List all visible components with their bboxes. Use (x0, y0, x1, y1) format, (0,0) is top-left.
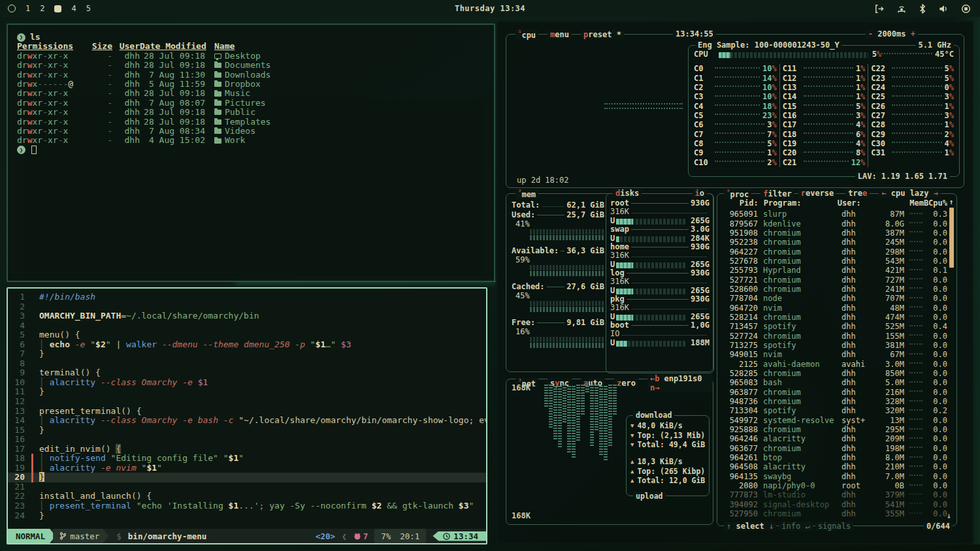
core-usage: C114% (694, 73, 777, 82)
editor-line[interactable]: 7} (8, 349, 486, 359)
header-program[interactable]: Program: (759, 198, 838, 208)
interface-selector[interactable]: ←b enp191s0 n→ (647, 374, 713, 392)
process-row[interactable]: 965083bashdhh5.0M0.0 (720, 378, 947, 387)
interval-minus-button[interactable]: - (868, 29, 873, 39)
editor-line[interactable]: 20} (8, 473, 486, 482)
process-row[interactable]: 965091slurpdhh87M0.3 (720, 210, 947, 219)
process-row[interactable]: 713304spotifydhh320M0.2 (720, 406, 947, 415)
scrollbar-thumb[interactable] (949, 208, 954, 268)
editor-line[interactable]: 9terminal() { (8, 368, 486, 378)
mem-tab[interactable]: ²mem (515, 189, 538, 199)
process-row[interactable]: 963677chromiumdhh198M0.0 (720, 444, 947, 453)
process-row[interactable]: 777873lm-studiodhh379M0.0 (720, 490, 947, 499)
process-row[interactable]: 255793Hyprlanddhh421M0.1 (720, 266, 947, 275)
process-row[interactable]: 549972systemd-resolvesyst+13M0.0 (720, 416, 947, 425)
process-row[interactable]: 527724chromiumdhh155M0.0 (720, 331, 947, 340)
header-user[interactable]: User: (838, 198, 870, 208)
terminal-cursor (31, 146, 37, 154)
proc-scrollbar[interactable]: ↑ (948, 198, 955, 514)
process-row[interactable]: 925888chromiumdhh295M0.0 (720, 425, 947, 434)
process-row[interactable]: 964246alacrittydhh209M0.0 (720, 434, 947, 443)
process-row[interactable]: 949015nvimdhh67M0.0 (720, 350, 947, 359)
process-row[interactable]: 2080napi/phy0-0root0B0.0 (720, 481, 947, 490)
download-stat: ▼Top: (2,13 Mib) (627, 430, 709, 439)
scroll-down-icon[interactable]: ↓ (947, 511, 951, 520)
shell-prompt-2[interactable]: ❯ (17, 146, 485, 155)
scroll-up-icon[interactable]: ↑ (948, 198, 955, 206)
logout-icon[interactable] (874, 4, 884, 14)
core-usage: C304% (871, 139, 954, 148)
header-cpu[interactable]: Cpu% (928, 198, 947, 208)
process-row[interactable]: 527721chromiumdhh727M0.0 (720, 275, 947, 284)
editor-line[interactable]: 24} (8, 511, 486, 521)
process-row[interactable]: 964720nvimdhh48M0.0 (720, 303, 947, 312)
process-row[interactable]: 964227chromiumdhh298M0.0 (720, 247, 947, 256)
editor-line[interactable]: 22install_and_launch() { (8, 492, 486, 501)
process-row[interactable]: 964135swaybgdhh7.0M0.0 (720, 472, 947, 481)
editor-line[interactable]: 11} (8, 387, 486, 397)
core-usage: C194% (783, 139, 866, 148)
editor-line[interactable]: 16 (8, 435, 486, 445)
net-graph-bar (599, 385, 603, 455)
editor-line[interactable]: 18│ notify-send "Editing config file" "$… (8, 454, 486, 464)
editor-line[interactable]: 10│ alacritty --class Omarchy -e $1 (8, 378, 486, 388)
terminal-window-ls[interactable]: ❯ ls Permissions Size User Date Modified… (7, 24, 495, 282)
process-row[interactable]: 527678chromiumdhh543M0.0 (720, 257, 947, 266)
process-row[interactable]: 713275spotifydhh381M0.0 (720, 341, 947, 350)
process-row[interactable]: 951908chromiumdhh387M0.0 (720, 228, 947, 238)
header-memb[interactable]: MemB (870, 198, 928, 208)
editor-line[interactable]: 15} (8, 426, 486, 435)
preset-button[interactable]: preset * (581, 30, 624, 39)
octo-icon (353, 532, 361, 540)
editor-line[interactable]: 1#!/bin/bash (8, 292, 486, 302)
cpu-tab[interactable]: ¹cpu (515, 29, 538, 40)
process-row[interactable]: 528600chromiumdhh241M0.0 (720, 285, 947, 294)
editor-line[interactable]: 23│ present_terminal "echo 'Installing $… (8, 501, 486, 511)
process-row[interactable]: 527950chromiumdhh355M0.0 (720, 509, 947, 518)
cpu-panel-title: ¹cpu menu preset * (515, 29, 624, 40)
editor-line[interactable]: 6│ echo -e "$2" | walker --dmenu --theme… (8, 340, 486, 350)
editor-buffer[interactable]: 1#!/bin/bash23OMARCHY_BIN_PATH=~/.local/… (8, 289, 486, 520)
process-row[interactable]: 713457spotifydhh525M0.4 (720, 322, 947, 331)
interval-plus-button[interactable]: + (911, 29, 915, 39)
info-button[interactable]: info (781, 522, 800, 531)
reverse-button[interactable]: reverse (798, 189, 837, 198)
bluetooth-icon[interactable] (919, 4, 926, 14)
disks-button[interactable]: disks (613, 189, 642, 198)
process-row[interactable]: 963877chromiumdhh216M0.0 (720, 388, 947, 397)
editor-line[interactable]: 21 (8, 482, 486, 492)
io-button[interactable]: io (693, 189, 707, 198)
screenshare-icon[interactable] (961, 4, 971, 14)
process-row[interactable]: 952238chromiumdhh245M0.0 (720, 238, 947, 247)
editor-line[interactable]: 14│ alacritty --class Omarchy -e bash -c… (8, 416, 486, 426)
filter-button[interactable]: filter (760, 189, 794, 198)
sort-selector[interactable]: ← cpu lazy → (879, 189, 941, 198)
process-row[interactable]: 528214chromiumdhh474M0.0 (720, 313, 947, 322)
process-row[interactable]: 394092signal-desktopdhh541M0.0 (720, 500, 947, 509)
editor-line[interactable]: 4 (8, 321, 486, 331)
process-row[interactable]: 948736chromiumdhh328M0.0 (720, 397, 947, 406)
process-row[interactable]: 2125avahi-daemonavahi3.0M0.0 (720, 360, 947, 369)
volume-icon[interactable] (938, 4, 949, 14)
editor-line[interactable]: 3OMARCHY_BIN_PATH=~/.local/share/omarchy… (8, 311, 486, 321)
tree-button[interactable]: tree (845, 189, 870, 198)
network-icon[interactable] (896, 4, 907, 14)
editor-line[interactable]: 5menu() { (8, 330, 486, 340)
editor-line[interactable]: 8 (8, 359, 486, 369)
select-button[interactable]: select (736, 522, 764, 531)
editor-line[interactable]: 13present_terminal() { (8, 407, 486, 417)
process-row[interactable]: 778704nodedhh707M0.0 (720, 294, 947, 303)
editor-line[interactable]: 12 (8, 397, 486, 407)
signals-button[interactable]: signals (815, 522, 854, 531)
process-row[interactable]: 528285chromiumdhh850M0.0 (720, 369, 947, 378)
process-row[interactable]: 879567kdenlivedhh8.0G0.0 (720, 219, 947, 228)
header-pid[interactable]: Pid: (723, 198, 759, 208)
btop-window[interactable]: ¹cpu menu preset * 13:34:55 - 2000ms + E… (497, 21, 973, 544)
proc-tab[interactable]: ⁴proc (724, 189, 751, 199)
process-row[interactable]: 964261btopdhh8.0M0.0 (720, 453, 947, 462)
process-row[interactable]: 964508alacrittydhh210M0.0 (720, 462, 947, 471)
editor-line[interactable]: 19│ alacritty -e nvim "$1" (8, 464, 486, 473)
neovim-window[interactable]: 1#!/bin/bash23OMARCHY_BIN_PATH=~/.local/… (7, 287, 487, 544)
editor-line[interactable]: 2 (8, 302, 486, 312)
menu-button[interactable]: menu (547, 30, 572, 39)
